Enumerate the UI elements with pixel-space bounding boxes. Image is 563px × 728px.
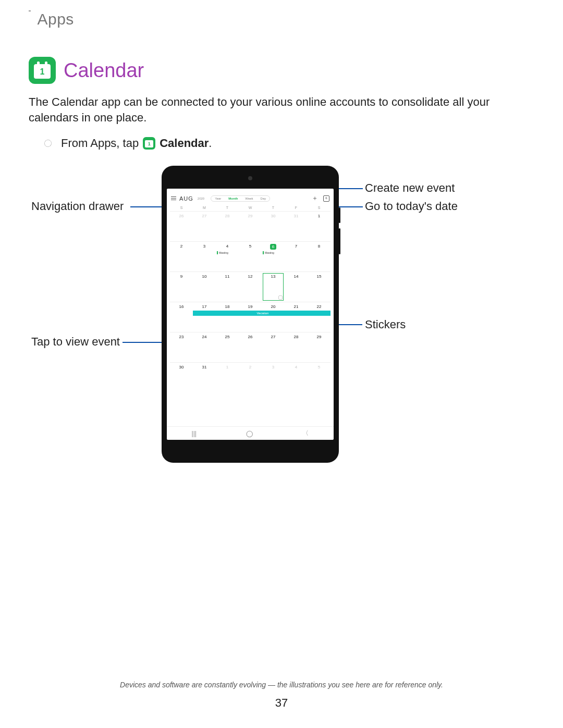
- calendar-inline-icon: [143, 137, 155, 150]
- header-rule: [29, 10, 31, 26]
- day-cell[interactable]: 2: [170, 241, 193, 272]
- day-cell[interactable]: 24: [193, 332, 216, 362]
- callout-today: Go to today's date: [365, 200, 458, 213]
- day-cell[interactable]: 15: [308, 272, 331, 302]
- day-cell[interactable]: 19: [239, 302, 262, 332]
- day-cell[interactable]: 7: [285, 241, 308, 272]
- intro-text: The Calendar app can be connected to you…: [29, 94, 534, 125]
- dow-header: F: [285, 206, 308, 211]
- day-cell[interactable]: 25: [216, 332, 239, 362]
- step-appname: Calendar.: [160, 137, 212, 150]
- day-cell[interactable]: 4: [285, 362, 308, 392]
- add-event-icon[interactable]: ＋: [310, 194, 320, 203]
- day-cell[interactable]: 3: [193, 241, 216, 272]
- day-cell[interactable]: 3: [262, 362, 285, 392]
- day-cell[interactable]: 9: [170, 272, 193, 302]
- day-cell[interactable]: 29: [239, 211, 262, 241]
- day-cell[interactable]: 18: [216, 302, 239, 332]
- step-row: From Apps, tap Calendar.: [44, 137, 534, 150]
- day-cell[interactable]: 5: [239, 241, 262, 272]
- bullet-icon: [44, 140, 52, 147]
- event-chip[interactable]: Meeting: [217, 251, 238, 254]
- dow-header: T: [216, 206, 239, 211]
- day-cell[interactable]: 23: [170, 332, 193, 362]
- day-cell[interactable]: 12: [239, 272, 262, 302]
- month-label[interactable]: AUG: [179, 195, 193, 202]
- today-icon[interactable]: [323, 195, 329, 202]
- callout-nav-drawer: Navigation drawer: [31, 200, 124, 213]
- dow-header: S: [308, 206, 331, 211]
- day-cell[interactable]: 20: [262, 302, 285, 332]
- back-icon[interactable]: 〈: [302, 429, 309, 438]
- view-pill-week[interactable]: Week: [241, 196, 256, 201]
- day-cell[interactable]: 6Meeting: [262, 241, 285, 272]
- day-cell[interactable]: 1: [216, 362, 239, 392]
- home-icon[interactable]: ◯: [246, 430, 253, 437]
- callout-tap-event: Tap to view event: [31, 335, 120, 349]
- tablet-frame: AUG 2020 YearMonthWeekDay ＋ SMTWTFS 2627…: [162, 166, 339, 463]
- footnote: Devices and software are constantly evol…: [0, 681, 563, 689]
- day-cell[interactable]: 26: [239, 332, 262, 362]
- year-label: 2020: [198, 197, 204, 200]
- day-cell[interactable]: 4Meeting: [216, 241, 239, 272]
- dow-header: W: [239, 206, 262, 211]
- android-navbar: ||| ◯ 〈: [167, 426, 334, 440]
- day-cell[interactable]: 11: [216, 272, 239, 302]
- day-cell[interactable]: 30: [170, 362, 193, 392]
- day-cell[interactable]: 26: [170, 211, 193, 241]
- view-pill-day[interactable]: Day: [257, 196, 270, 201]
- day-cell[interactable]: 1: [308, 211, 331, 241]
- day-cell[interactable]: 5: [308, 362, 331, 392]
- day-cell[interactable]: 8: [308, 241, 331, 272]
- recent-icon[interactable]: |||: [192, 430, 197, 437]
- day-cell[interactable]: 10: [193, 272, 216, 302]
- view-pill-month[interactable]: Month: [225, 196, 241, 201]
- page-number: 37: [0, 696, 563, 710]
- day-cell[interactable]: 2: [239, 362, 262, 392]
- dow-header: T: [262, 206, 285, 211]
- callout-stickers: Stickers: [365, 318, 406, 331]
- day-cell[interactable]: 14: [285, 272, 308, 302]
- day-cell[interactable]: 28: [216, 211, 239, 241]
- day-cell[interactable]: 13: [262, 272, 285, 302]
- day-cell[interactable]: 16: [170, 302, 193, 332]
- dow-header: S: [170, 206, 193, 211]
- day-cell[interactable]: 27: [262, 332, 285, 362]
- step-prefix: From Apps, tap: [61, 137, 139, 150]
- view-pill-year[interactable]: Year: [211, 196, 225, 201]
- day-cell[interactable]: 31: [193, 362, 216, 392]
- day-cell[interactable]: 29: [308, 332, 331, 362]
- section-header: Apps: [37, 10, 74, 28]
- day-cell[interactable]: 28: [285, 332, 308, 362]
- view-switcher[interactable]: YearMonthWeekDay: [211, 195, 270, 202]
- sticker-icon[interactable]: [278, 295, 283, 300]
- event-chip[interactable]: Meeting: [263, 251, 284, 254]
- day-cell[interactable]: 22: [308, 302, 331, 332]
- hamburger-icon[interactable]: [171, 195, 176, 201]
- tablet-screen: AUG 2020 YearMonthWeekDay ＋ SMTWTFS 2627…: [167, 189, 334, 440]
- page-title: Calendar: [64, 59, 144, 82]
- day-cell[interactable]: 17Vacation: [193, 302, 216, 332]
- callout-create-event: Create new event: [365, 181, 455, 195]
- dow-header: M: [193, 206, 216, 211]
- day-cell[interactable]: 27: [193, 211, 216, 241]
- day-cell[interactable]: 31: [285, 211, 308, 241]
- day-cell[interactable]: 30: [262, 211, 285, 241]
- day-cell[interactable]: 21: [285, 302, 308, 332]
- calendar-app-icon: [29, 57, 56, 84]
